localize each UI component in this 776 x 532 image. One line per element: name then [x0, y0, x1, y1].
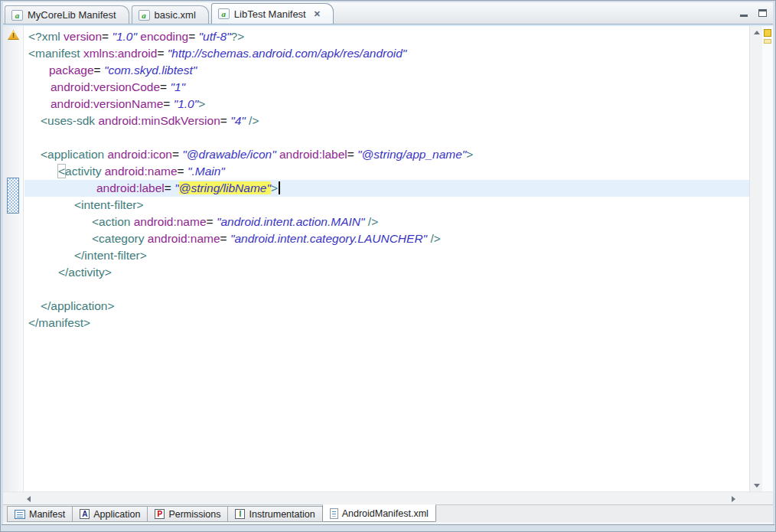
- maximize-button[interactable]: [755, 6, 769, 19]
- code-segment-plain[interactable]: =: [220, 114, 230, 127]
- code-content[interactable]: <?xml version= "1.0" encoding= "utf-8"?>…: [24, 26, 749, 491]
- code-segment-tag[interactable]: <uses-sdk: [41, 114, 98, 127]
- code-line[interactable]: <manifest xmlns:android= "http://schemas…: [28, 45, 749, 62]
- code-segment-plain[interactable]: =: [207, 215, 217, 228]
- page-tab-permissions[interactable]: PPermissions: [147, 506, 228, 522]
- code-line[interactable]: </application>: [28, 298, 749, 315]
- code-line[interactable]: android:label= "@string/libName">: [28, 180, 749, 197]
- scroll-right-button[interactable]: [727, 492, 739, 505]
- code-segment-plain[interactable]: =: [347, 148, 357, 161]
- code-segment-attr[interactable]: package: [49, 64, 94, 77]
- code-segment-tag[interactable]: >: [466, 148, 473, 161]
- code-segment-tag[interactable]: <intent-filter>: [74, 198, 143, 211]
- scroll-down-button[interactable]: [750, 479, 763, 491]
- code-line[interactable]: <?xml version= "1.0" encoding= "utf-8"?>: [28, 28, 749, 45]
- code-segment-plain[interactable]: =: [165, 181, 174, 194]
- code-segment-val[interactable]: "android.intent.category.LAUNCHER": [230, 232, 427, 245]
- page-tab-application[interactable]: AApplication: [72, 506, 148, 522]
- minimize-button[interactable]: [737, 6, 751, 19]
- code-line[interactable]: <uses-sdk android:minSdkVersion= "4" />: [28, 113, 749, 129]
- code-segment-attr[interactable]: android:name: [134, 215, 207, 228]
- code-segment-tag[interactable]: />: [427, 232, 441, 245]
- horizontal-scrollbar[interactable]: [3, 491, 773, 504]
- editor-tab-basic-xml[interactable]: abasic.xml: [132, 5, 209, 24]
- code-segment-tag[interactable]: ?>: [231, 30, 245, 43]
- code-line[interactable]: android:versionName= "1.0">: [28, 96, 749, 113]
- code-segment-attr[interactable]: android:minSdkVersion: [98, 114, 220, 127]
- code-segment-attr[interactable]: android:label: [279, 148, 347, 161]
- code-segment-val[interactable]: "@string/app_name": [357, 148, 466, 161]
- code-segment-plain[interactable]: =: [178, 165, 187, 178]
- code-segment-valhl[interactable]: @string/libName": [179, 181, 271, 194]
- xml-editor-area[interactable]: <?xml version= "1.0" encoding= "utf-8"?>…: [3, 26, 773, 491]
- code-segment-plain[interactable]: =: [172, 148, 182, 161]
- page-tab-instrumentation[interactable]: IInstrumentation: [227, 506, 322, 522]
- code-segment-attr[interactable]: android:versionCode: [51, 80, 160, 93]
- code-segment-val[interactable]: "4": [230, 114, 246, 127]
- code-segment-tag[interactable]: <?xml: [28, 30, 64, 43]
- code-segment-val[interactable]: "com.skyd.libtest": [104, 64, 197, 77]
- vertical-scrollbar[interactable]: [749, 26, 762, 491]
- code-line[interactable]: [28, 129, 749, 146]
- code-segment-tag[interactable]: </activity>: [58, 266, 112, 279]
- code-segment-attr[interactable]: encoding: [140, 30, 188, 43]
- code-line[interactable]: android:versionCode= "1": [28, 79, 749, 96]
- code-segment-tag[interactable]: <category: [92, 232, 148, 245]
- code-segment-tag[interactable]: >: [198, 97, 205, 110]
- code-segment-attr[interactable]: android:label: [96, 181, 165, 194]
- code-segment-plain[interactable]: =: [94, 64, 104, 77]
- code-segment-val[interactable]: "android.intent.action.MAIN": [217, 215, 365, 228]
- code-segment-attr[interactable]: android:name: [148, 232, 220, 245]
- code-line[interactable]: </manifest>: [28, 315, 749, 331]
- code-line[interactable]: <application android:icon= "@drawable/ic…: [28, 146, 749, 163]
- code-line[interactable]: [28, 281, 749, 298]
- code-line[interactable]: package= "com.skyd.libtest": [28, 62, 749, 79]
- code-segment-plain[interactable]: =: [188, 30, 198, 43]
- code-line[interactable]: </activity>: [28, 264, 749, 281]
- warning-marker[interactable]: [764, 39, 771, 44]
- code-segment-plain[interactable]: =: [163, 97, 173, 110]
- code-segment-val[interactable]: "http://schemas.android.com/apk/res/andr…: [168, 47, 407, 60]
- page-tab-androidmanifest-xml[interactable]: AndroidManifest.xml: [322, 504, 436, 522]
- editor-tab-libtest-manifest[interactable]: aLibTest Manifest✕: [211, 3, 334, 24]
- code-segment-val[interactable]: ": [174, 181, 179, 194]
- code-line[interactable]: <category android:name= "android.intent.…: [28, 230, 749, 247]
- code-line[interactable]: </intent-filter>: [28, 247, 749, 264]
- code-segment-tag[interactable]: <application: [41, 148, 107, 161]
- code-segment-attr[interactable]: version: [64, 30, 102, 43]
- code-segment-tag[interactable]: </application>: [41, 299, 115, 312]
- code-segment-val[interactable]: "1": [170, 80, 185, 93]
- code-segment-plain[interactable]: =: [160, 80, 170, 93]
- code-segment-tag[interactable]: </intent-filter>: [74, 249, 147, 262]
- scroll-left-button[interactable]: [22, 492, 34, 505]
- code-segment-tag[interactable]: activity: [65, 165, 105, 178]
- code-segment-val[interactable]: "1.0": [112, 30, 140, 43]
- code-segment-attr[interactable]: android:versionName: [51, 97, 163, 110]
- page-tab-manifest[interactable]: Manifest: [7, 506, 73, 522]
- code-segment-plain[interactable]: =: [157, 47, 167, 60]
- occurrence-marker[interactable]: [764, 29, 771, 37]
- code-segment-attr[interactable]: android:name: [105, 165, 178, 178]
- code-segment-val[interactable]: "utf-8": [199, 30, 231, 43]
- code-segment-tag[interactable]: </manifest>: [28, 316, 90, 329]
- code-line[interactable]: <action android:name= "android.intent.ac…: [28, 214, 749, 230]
- code-segment-attr[interactable]: xmlns:android: [83, 47, 158, 60]
- code-segment-plain[interactable]: =: [220, 232, 230, 245]
- code-segment-attr[interactable]: android:icon: [107, 148, 171, 161]
- close-icon[interactable]: ✕: [314, 10, 321, 18]
- code-segment-plain[interactable]: =: [102, 30, 112, 43]
- code-segment-val[interactable]: "1.0": [174, 97, 199, 110]
- code-segment-tag[interactable]: >: [271, 181, 278, 194]
- code-segment-tag[interactable]: <action: [92, 215, 134, 228]
- editor-tab-mycorelib-manifest[interactable]: aMyCoreLib Manifest: [5, 5, 129, 24]
- code-segment-tag[interactable]: <manifest: [28, 47, 83, 60]
- code-line[interactable]: <activity android:name= ".Main": [28, 163, 749, 180]
- code-segment-tag[interactable]: />: [365, 215, 379, 228]
- code-line[interactable]: <intent-filter>: [28, 197, 749, 214]
- warning-icon[interactable]: [8, 30, 19, 40]
- code-segment-tag[interactable]: />: [246, 114, 259, 127]
- scroll-up-button[interactable]: [750, 26, 763, 38]
- code-segment-val[interactable]: ".Main": [187, 165, 225, 178]
- code-segment-tagbox[interactable]: <: [58, 165, 65, 178]
- code-segment-val[interactable]: "@drawable/icon": [182, 148, 279, 161]
